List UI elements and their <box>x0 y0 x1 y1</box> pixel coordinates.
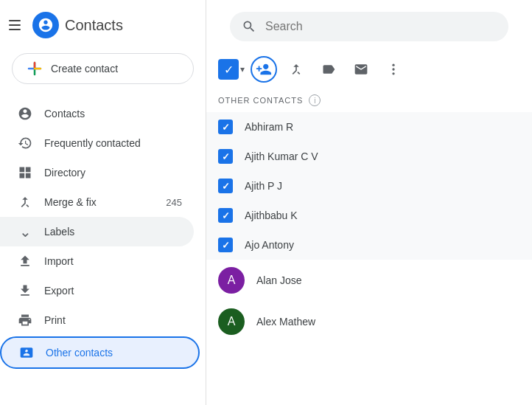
sidebar-header: Contacts <box>0 6 206 50</box>
checkmark-icon: ✓ <box>224 63 234 77</box>
directory-label: Directory <box>44 167 182 179</box>
search-bar[interactable] <box>230 12 508 41</box>
nav-items: Contacts Frequently contacted Directory … <box>0 99 206 405</box>
more-vert-icon <box>386 62 401 77</box>
menu-icon[interactable] <box>6 16 24 34</box>
search-container <box>206 0 532 50</box>
main-content: ✓ ▾ <box>206 0 532 405</box>
contact-checkbox[interactable] <box>218 149 233 164</box>
sidebar-item-merge[interactable]: Merge & fix 245 <box>0 187 194 217</box>
contact-checkbox[interactable] <box>218 179 233 193</box>
more-options-button[interactable] <box>380 56 407 83</box>
merge-icon <box>18 195 32 210</box>
contact-name: Ajith P J <box>245 180 282 192</box>
app-icon <box>32 12 59 38</box>
chevron-down-icon: ⌄ <box>18 224 32 239</box>
contact-checkbox[interactable] <box>218 238 233 252</box>
chevron-down-icon[interactable]: ▾ <box>240 64 245 75</box>
table-row[interactable]: A Alan Jose <box>206 260 532 301</box>
labels-section[interactable]: ⌄ Labels <box>0 217 194 246</box>
avatar: A <box>218 267 245 294</box>
sidebar-item-other-contacts[interactable]: Other contacts <box>0 336 200 369</box>
info-icon[interactable]: i <box>309 94 321 106</box>
create-contact-label: Create contact <box>51 63 118 75</box>
search-icon <box>242 19 256 34</box>
table-row[interactable]: Ajith P J <box>206 171 532 201</box>
person-icon <box>18 106 32 121</box>
email-button[interactable] <box>348 56 374 83</box>
plus-colorful-icon <box>27 61 42 76</box>
sidebar-item-print[interactable]: Print <box>0 305 194 335</box>
label-button[interactable] <box>315 56 342 83</box>
contact-checkbox[interactable] <box>218 208 233 223</box>
svg-point-5 <box>392 68 394 70</box>
contact-checkbox[interactable] <box>218 120 233 134</box>
avatar: A <box>218 308 245 335</box>
label-icon <box>321 62 336 77</box>
download-icon <box>18 283 32 298</box>
frequently-label: Frequently contacted <box>44 137 182 149</box>
other-contacts-icon <box>19 345 34 360</box>
contact-name: Ajith Kumar C V <box>245 150 318 162</box>
svg-point-4 <box>392 64 394 66</box>
logo-area: Contacts <box>32 12 123 38</box>
table-row[interactable]: Ajo Antony <box>206 230 532 260</box>
sidebar-item-directory[interactable]: Directory <box>0 158 194 187</box>
merge-badge: 245 <box>166 197 182 208</box>
contact-name: Alan Jose <box>256 274 301 286</box>
table-row[interactable]: Ajithbabu K <box>206 201 532 230</box>
email-icon <box>354 62 368 77</box>
print-icon <box>18 313 32 328</box>
upload-icon <box>18 254 32 269</box>
merge-button[interactable] <box>283 56 309 83</box>
import-label: Import <box>44 255 182 267</box>
select-dropdown[interactable]: ✓ ▾ <box>218 59 245 80</box>
export-label: Export <box>44 285 182 297</box>
contact-list: Abhiram R Ajith Kumar C V Ajith P J Ajit… <box>206 112 532 405</box>
contact-name: Ajithbabu K <box>245 210 298 221</box>
contact-name: Alex Mathew <box>256 316 315 328</box>
app-title: Contacts <box>65 17 123 34</box>
merge-label: Merge & fix <box>44 196 154 208</box>
table-row[interactable]: Ajith Kumar C V <box>206 142 532 171</box>
sidebar-item-frequently[interactable]: Frequently contacted <box>0 128 194 158</box>
toolbar: ✓ ▾ <box>206 50 532 89</box>
contacts-label: Contacts <box>44 108 182 120</box>
grid-icon <box>18 165 32 180</box>
print-label: Print <box>44 314 182 326</box>
contact-name: Abhiram R <box>245 121 293 133</box>
svg-point-6 <box>392 72 394 75</box>
section-title: OTHER CONTACTS <box>218 96 303 105</box>
sidebar-item-export[interactable]: Export <box>0 276 194 305</box>
other-contacts-label: Other contacts <box>46 347 186 359</box>
select-all-checkbox[interactable]: ✓ <box>218 59 239 80</box>
search-input[interactable] <box>265 20 497 33</box>
sidebar-item-import[interactable]: Import <box>0 246 194 276</box>
person-add-icon <box>256 61 272 77</box>
create-contact-button[interactable]: Create contact <box>12 53 194 84</box>
sidebar-item-contacts[interactable]: Contacts <box>0 99 194 128</box>
contact-name: Ajo Antony <box>245 239 294 251</box>
section-header: OTHER CONTACTS i <box>206 89 532 112</box>
table-row[interactable]: Abhiram R <box>206 112 532 142</box>
add-to-contacts-button[interactable] <box>251 56 277 83</box>
labels-label: Labels <box>44 226 182 238</box>
history-icon <box>18 136 32 150</box>
sidebar: Contacts Create contact Contacts Frequen… <box>0 0 206 405</box>
table-row[interactable]: A Alex Mathew <box>206 301 532 342</box>
merge-contacts-icon <box>289 62 304 77</box>
